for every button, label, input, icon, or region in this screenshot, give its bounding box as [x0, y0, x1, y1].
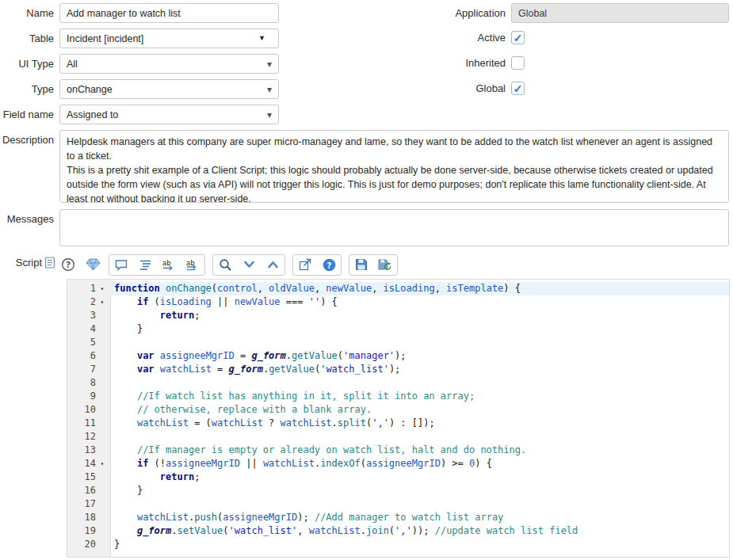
line-number: 7 — [67, 363, 96, 376]
line-number: 1 — [67, 282, 96, 295]
code-line[interactable]: 6 var assigneeMgrID = g_form.getValue('m… — [67, 349, 729, 363]
open-in-new-window-button[interactable] — [294, 256, 316, 274]
code-text: //If watch list has anything in it, spli… — [110, 390, 729, 403]
syntax-editor-button[interactable] — [84, 256, 101, 274]
floppy-icon — [355, 258, 368, 271]
search-button-group — [212, 254, 285, 276]
line-number: 13 — [67, 444, 96, 457]
gutter-cell: 5 — [67, 336, 110, 349]
line-number: 9 — [67, 390, 96, 403]
line-number: 6 — [67, 349, 96, 363]
line-number: 14 — [67, 457, 96, 470]
line-number: 4 — [67, 322, 96, 336]
code-line[interactable]: 2▾ if (isLoading || newValue === '') { — [67, 295, 729, 309]
description-label: Description — [0, 134, 54, 147]
help-button[interactable]: ? — [59, 256, 77, 274]
code-line[interactable]: 20} — [67, 538, 729, 551]
code-area[interactable]: 1▾function onChange(control, oldValue, n… — [67, 282, 729, 551]
gem-icon — [86, 258, 101, 271]
code-text: var assigneeMgrID = g_form.getValue('man… — [110, 349, 729, 363]
chevron-up-icon — [267, 260, 279, 269]
code-line[interactable]: 10 // otherwise, replace with a blank ar… — [67, 403, 729, 417]
toggle-comment-button[interactable] — [110, 256, 132, 274]
inherited-label: Inherited — [396, 53, 506, 73]
messages-textarea[interactable] — [59, 209, 729, 246]
name-input[interactable] — [59, 3, 279, 23]
chevron-down-icon: ▾ — [267, 59, 272, 69]
check-syntax-button[interactable] — [374, 256, 396, 274]
type-select[interactable]: onChange ▾ — [59, 79, 279, 99]
gutter-cell: 15 — [67, 470, 110, 484]
description-textarea[interactable]: Helpdesk managers at this company are su… — [59, 130, 729, 203]
code-text: return; — [110, 309, 729, 322]
code-text: watchList = (watchList ? watchList.split… — [110, 417, 729, 430]
gutter-cell: 4 — [67, 322, 110, 336]
gutter-cell: 3 — [67, 309, 110, 322]
code-line[interactable]: 19 g_form.setValue('watch_list', watchLi… — [67, 524, 729, 538]
fold-arrow-icon[interactable]: ▾ — [96, 457, 109, 470]
code-line[interactable]: 7 var watchList = g_form.getValue('watch… — [67, 363, 729, 376]
inherited-checkbox[interactable]: ✓ — [511, 56, 525, 70]
code-text — [110, 376, 729, 390]
format-code-button[interactable] — [134, 256, 156, 274]
find-previous-button[interactable] — [262, 256, 284, 274]
api-help-button[interactable]: ? — [318, 256, 340, 274]
code-text — [110, 430, 729, 444]
code-line[interactable]: 3 return; — [67, 309, 729, 322]
code-line[interactable]: 12 — [67, 430, 729, 444]
question-circle-filled-icon: ? — [323, 258, 336, 272]
table-select[interactable]: Incident [incident] ▼ — [59, 29, 279, 48]
fold-arrow-icon[interactable]: ▾ — [96, 295, 109, 309]
replace-all-icon: ab — [185, 259, 200, 271]
line-number: 2 — [67, 295, 96, 309]
code-text: watchList.push(assigneeMgrID); //Add man… — [110, 511, 729, 524]
code-line[interactable]: 18 watchList.push(assigneeMgrID); //Add … — [67, 511, 729, 524]
gutter-cell: 17 — [67, 497, 110, 511]
code-text: var watchList = g_form.getValue('watch_l… — [110, 363, 729, 376]
chevron-down-icon — [243, 260, 255, 269]
line-number: 15 — [67, 470, 96, 484]
code-line[interactable]: 14▾ if (!assigneeMgrID || watchList.inde… — [67, 457, 729, 470]
line-number: 5 — [67, 336, 96, 349]
code-text: } — [110, 538, 729, 551]
code-line[interactable]: 9 //If watch list has anything in it, sp… — [67, 390, 729, 403]
code-line[interactable]: 11 watchList = (watchList ? watchList.sp… — [67, 417, 729, 430]
search-icon — [219, 258, 232, 272]
svg-text:?: ? — [326, 261, 331, 269]
global-checkbox[interactable]: ✓ — [511, 82, 525, 95]
code-line[interactable]: 16 } — [67, 484, 729, 497]
line-number: 20 — [67, 538, 96, 551]
floppy-sync-icon — [378, 258, 392, 271]
replace-all-button[interactable]: ab — [181, 256, 204, 274]
fold-arrow-icon[interactable]: ▾ — [96, 282, 109, 295]
comment-bubble-icon — [115, 259, 128, 271]
script-editor[interactable]: 1▾function onChange(control, oldValue, n… — [67, 279, 730, 558]
code-line[interactable]: 13 //If manager is empty or already on w… — [67, 444, 729, 457]
field-name-select[interactable]: Assigned to ▾ — [59, 105, 279, 124]
format-lines-icon — [139, 259, 151, 271]
type-label: Type — [0, 79, 54, 99]
code-text: // otherwise, replace with a blank array… — [110, 403, 729, 417]
svg-text:ab: ab — [162, 259, 171, 267]
gutter-cell: 19 — [67, 524, 110, 538]
ui-type-select[interactable]: All ▾ — [59, 54, 279, 74]
find-next-button[interactable] — [238, 256, 260, 274]
line-number: 3 — [67, 309, 96, 322]
code-line[interactable]: 4 } — [67, 322, 729, 336]
save-button[interactable] — [350, 256, 372, 274]
search-button[interactable] — [214, 256, 236, 274]
gutter-cell: 20 — [67, 538, 110, 551]
check-icon: ✓ — [513, 83, 523, 94]
question-circle-icon: ? — [61, 257, 75, 272]
code-line[interactable]: 15 return; — [67, 470, 729, 484]
replace-button[interactable]: ab — [158, 256, 180, 274]
script-label: Script — [16, 257, 42, 269]
active-checkbox[interactable]: ✓ — [511, 31, 525, 44]
edit-button-group: ab ab — [109, 254, 205, 276]
code-text: if (isLoading || newValue === '') { — [110, 295, 729, 309]
code-line[interactable]: 5 — [67, 336, 729, 349]
code-line[interactable]: 1▾function onChange(control, oldValue, n… — [67, 282, 729, 295]
code-line[interactable]: 17 — [67, 497, 729, 511]
line-number: 18 — [67, 511, 96, 524]
code-line[interactable]: 8 — [67, 376, 729, 390]
